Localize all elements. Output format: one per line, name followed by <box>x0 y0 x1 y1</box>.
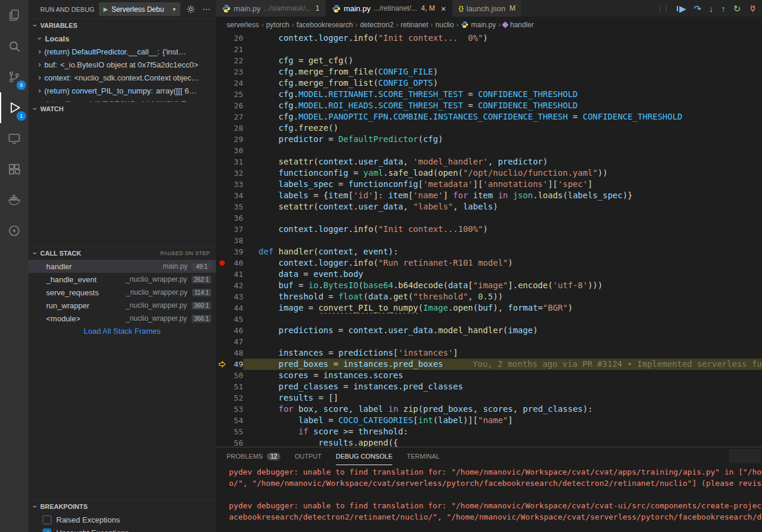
code-line[interactable]: 35 setattr(context.user_data, "labels", … <box>216 201 762 212</box>
disconnect-icon[interactable] <box>748 4 757 13</box>
breadcrumb-item[interactable]: serverless <box>227 21 259 29</box>
breadcrumb-separator-icon: › <box>431 21 433 29</box>
restart-icon[interactable]: ↻ <box>733 4 741 13</box>
stack-frame-row[interactable]: handlermain.py49:1 <box>28 260 216 273</box>
code-line[interactable]: 54 label = COCO_CATEGORIES[int(label)]["… <box>216 415 762 426</box>
breakpoint-icon[interactable] <box>216 257 228 269</box>
panel-tab-terminal[interactable]: TERMINAL <box>406 447 440 465</box>
code-line[interactable]: 45 <box>216 314 762 325</box>
load-all-stack-frames-link[interactable]: Load All Stack Frames <box>28 327 216 336</box>
code-line[interactable]: 23 cfg.merge_from_file(CONFIG_FILE) <box>216 66 762 78</box>
gutter-glyph <box>216 280 228 291</box>
code-line[interactable]: 52 results = [] <box>216 392 762 404</box>
close-icon[interactable]: × <box>441 4 446 13</box>
code-line[interactable]: 40 context.logger.info("Run retinanet-R1… <box>216 257 762 269</box>
code-line[interactable]: 29 predictor = DefaultPredictor(cfg) <box>216 134 762 145</box>
code-line[interactable]: 41 data = event.body <box>216 269 762 280</box>
code-line[interactable]: 38 <box>216 235 762 246</box>
code-line[interactable]: 43 threshold = float(data.get("threshold… <box>216 291 762 302</box>
code-line[interactable]: 26 cfg.MODEL.ROI_HEADS.SCORE_THRESH_TEST… <box>216 100 762 111</box>
code-line[interactable]: 47 <box>216 336 762 347</box>
breadcrumb-item[interactable]: pytorch <box>266 21 289 29</box>
code-line[interactable]: 42 buf = io.BytesIO(base64.b64decode(dat… <box>216 280 762 291</box>
code-line[interactable]: 55 if score >= threshold: <box>216 426 762 437</box>
start-debugging-icon[interactable]: ▶ <box>104 6 108 12</box>
breakpoint-checkbox[interactable] <box>43 515 51 524</box>
code-line[interactable]: 37 context.logger.info("Init context...1… <box>216 224 762 235</box>
stack-frame-row[interactable]: serve_requests_nuclio_wrapper.py114:1 <box>28 286 216 299</box>
step-out-icon[interactable]: ↑ <box>721 4 726 13</box>
code-line[interactable]: 21 <box>216 44 762 55</box>
continue-icon[interactable]: ▶ <box>677 4 686 13</box>
code-line[interactable]: 36 <box>216 212 762 224</box>
code-line[interactable]: 50 scores = instances.scores <box>216 370 762 381</box>
editor-tab[interactable]: main.py.../retinanet/...4, M× <box>326 0 453 17</box>
code-editor[interactable]: 20 context.logger.info("Init context... … <box>216 33 762 447</box>
stack-frame-row[interactable]: <module>_nuclio_wrapper.py366:1 <box>28 312 216 325</box>
code-line[interactable]: 32 functionconfig = yaml.safe_load(open(… <box>216 167 762 179</box>
scope-locals[interactable]: › Locals <box>28 32 216 45</box>
code-line[interactable]: 39def handler(context, event): <box>216 246 762 257</box>
code-line[interactable]: 53 for box, score, label in zip(pred_box… <box>216 404 762 415</box>
docker-icon[interactable] <box>0 185 28 215</box>
gear-icon[interactable] <box>185 5 196 14</box>
call-stack-section-header[interactable]: › CALL STACK PAUSED ON STEP <box>28 247 216 260</box>
code-line[interactable]: 34 labels = {item['id']: item['name'] fo… <box>216 190 762 201</box>
python-file-icon <box>222 4 231 13</box>
search-icon[interactable] <box>0 31 28 62</box>
source-control-icon[interactable]: 8 <box>0 62 28 92</box>
breadcrumb-item[interactable]: handler <box>503 21 534 29</box>
editor-tab[interactable]: main.py.../siammask/...1 <box>216 0 326 17</box>
run-and-debug-icon[interactable]: 1 <box>0 92 28 123</box>
breadcrumb-item[interactable]: retinanet <box>401 21 428 29</box>
variables-section-header[interactable]: › VARIABLES <box>28 19 216 32</box>
code-line[interactable]: 25 cfg.MODEL.RETINANET.SCORE_THRESH_TEST… <box>216 89 762 100</box>
code-line[interactable]: 33 labels_spec = functionconfig['metadat… <box>216 179 762 190</box>
breakpoint-checkbox[interactable]: ✓ <box>43 528 51 532</box>
code-line[interactable]: 30 <box>216 145 762 156</box>
variable-row[interactable]: ›data:{'image': 'iVBOR0KG=AAAANSUhE… <box>28 97 216 102</box>
code-line[interactable]: 48 instances = predictions['instances'] <box>216 347 762 359</box>
more-actions-icon[interactable]: ⋯ <box>201 5 212 14</box>
explorer-icon[interactable] <box>0 0 28 31</box>
code-line[interactable]: 44 image = convert_PIL_to_numpy(Image.op… <box>216 302 762 314</box>
variable-row[interactable]: ›(return) convert_PIL_to_numpy:array([[[… <box>28 84 216 97</box>
code-line[interactable]: 56 results.append({ <box>216 437 762 447</box>
code-line[interactable]: 46 predictions = context.user_data.model… <box>216 325 762 336</box>
editor-tab[interactable]: {}launch.jsonM <box>453 0 522 17</box>
code-line[interactable]: 49 pred_boxes = instances.pred_boxesYou,… <box>216 359 762 370</box>
stack-frame-row[interactable]: run_wrapper_nuclio_wrapper.py360:1 <box>28 299 216 312</box>
status-circle-icon[interactable] <box>0 215 28 246</box>
variable-row[interactable]: ›buf:<_io.BytesIO object at 0x7f5a2dc1ec… <box>28 58 216 71</box>
watch-section-header[interactable]: › WATCH <box>28 102 216 115</box>
step-into-icon[interactable]: ↓ <box>709 4 713 13</box>
code-line[interactable]: 22 cfg = get_cfg() <box>216 55 762 66</box>
code-line[interactable]: 24 cfg.merge_from_list(CONFIG_OPTS) <box>216 78 762 89</box>
breakpoint-row[interactable]: ✓Uncaught Exceptions <box>28 526 216 532</box>
breakpoint-row[interactable]: Raised Exceptions <box>28 513 216 526</box>
variable-row[interactable]: ›(return) DefaultPredictor.__call__:{'in… <box>28 45 216 58</box>
gutter-glyph <box>216 66 228 78</box>
breadcrumb-item[interactable]: detectron2 <box>360 21 393 29</box>
breadcrumb-item[interactable]: main.py <box>461 21 496 29</box>
panel-tab-debug-console[interactable]: DEBUG CONSOLE <box>336 447 393 465</box>
variable-row[interactable]: ›context:<nuclio_sdk.context.Context obj… <box>28 71 216 84</box>
code-line[interactable]: 31 setattr(context.user_data, 'model_han… <box>216 156 762 167</box>
remote-explorer-icon[interactable] <box>0 123 28 154</box>
breakpoints-section-header[interactable]: › BREAKPOINTS <box>28 500 216 513</box>
debug-console-output[interactable]: pydev debugger: unable to find translati… <box>216 465 762 532</box>
stack-frame-row[interactable]: _handle_event_nuclio_wrapper.py262:1 <box>28 273 216 286</box>
breadcrumb-item[interactable]: nuclio <box>435 21 454 29</box>
extensions-icon[interactable] <box>0 154 28 185</box>
panel-tab-output[interactable]: OUTPUT <box>295 447 321 465</box>
panel-tab-problems[interactable]: PROBLEMS12 <box>227 447 280 465</box>
current-line-arrow-icon[interactable] <box>216 359 228 370</box>
code-line[interactable]: 27 cfg.MODEL.PANOPTIC_FPN.COMBINE.INSTAN… <box>216 111 762 122</box>
debug-config-dropdown[interactable]: ▶ Serverless Debu ▾ <box>99 2 180 16</box>
breadcrumb-item[interactable]: facebookresearch <box>296 21 353 29</box>
code-line[interactable]: 51 pred_classes = instances.pred_classes <box>216 381 762 392</box>
code-line[interactable]: 28 cfg.freeze() <box>216 122 762 134</box>
code-line[interactable]: 20 context.logger.info("Init context... … <box>216 33 762 44</box>
panel-toolbar[interactable] <box>729 449 761 463</box>
step-over-icon[interactable]: ↷ <box>694 4 702 13</box>
